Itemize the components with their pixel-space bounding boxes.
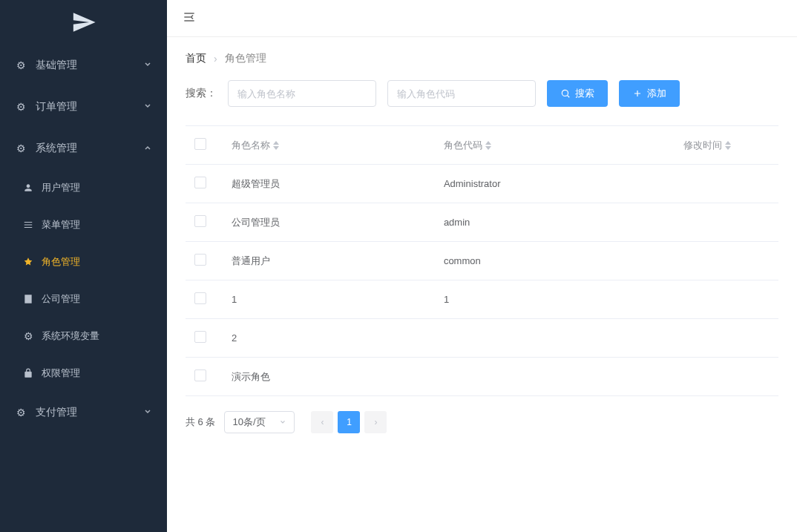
sidebar-subitem-label: 用户管理 (42, 181, 80, 194)
search-icon (560, 88, 571, 99)
role-name-input[interactable] (228, 80, 376, 107)
cell-name: 公司管理员 (223, 203, 435, 242)
cell-mtime (675, 242, 778, 280)
user-icon (22, 182, 34, 194)
lock-icon (22, 367, 34, 379)
sidebar-subitem-env[interactable]: 系统环境变量 (0, 318, 167, 355)
next-page-button[interactable]: › (364, 411, 387, 433)
sort-icon (273, 141, 279, 150)
sidebar-subitem-label: 系统环境变量 (42, 329, 99, 343)
svg-point-0 (562, 90, 568, 96)
row-checkbox[interactable] (194, 177, 206, 188)
table-row[interactable]: 演示角色 (186, 358, 778, 396)
page-size-select[interactable]: 10条/页 (224, 411, 295, 433)
plus-icon (632, 88, 643, 99)
sidebar-item-label: 系统管理 (36, 142, 77, 155)
role-table: 角色名称 角色代码 修改时间 超级管理员 Administrator 公司管理员… (186, 125, 778, 396)
total-label: 共 6 条 (186, 416, 215, 429)
cell-code: Administrator (435, 165, 675, 203)
topbar (167, 0, 797, 37)
cell-name: 演示角色 (223, 358, 435, 396)
col-mtime[interactable]: 修改时间 (675, 126, 778, 165)
gear-icon (15, 407, 27, 418)
page-1-button[interactable]: 1 (338, 411, 360, 433)
gear-icon (15, 101, 27, 113)
sidebar-subitem-label: 角色管理 (42, 255, 80, 269)
cell-code (435, 358, 675, 396)
cell-name: 普通用户 (223, 242, 435, 280)
search-button[interactable]: 搜索 (547, 80, 608, 107)
cell-mtime (675, 203, 778, 242)
table-row[interactable]: 2 (186, 319, 778, 358)
add-button[interactable]: 添加 (619, 80, 680, 107)
logo (0, 0, 167, 45)
gear-icon (15, 142, 27, 154)
row-checkbox[interactable] (194, 254, 206, 266)
cell-mtime (675, 319, 778, 358)
chevron-down-icon (143, 101, 152, 113)
cell-code: common (435, 242, 675, 280)
breadcrumb-current: 角色管理 (225, 52, 266, 65)
search-button-label: 搜索 (575, 87, 594, 100)
breadcrumb: 首页 › 角色管理 (186, 52, 778, 65)
sidebar-subitem-company[interactable]: 公司管理 (0, 280, 167, 318)
sidebar-subitem-label: 菜单管理 (42, 218, 80, 231)
table-row[interactable]: 1 1 (186, 280, 778, 319)
sidebar-subitem-menu[interactable]: 菜单管理 (0, 206, 167, 243)
sidebar-subitem-perm[interactable]: 权限管理 (0, 355, 167, 392)
row-checkbox[interactable] (194, 215, 206, 227)
sidebar-item-label: 支付管理 (36, 406, 77, 419)
cell-mtime (675, 358, 778, 396)
sidebar-item-system[interactable]: 系统管理 (0, 128, 167, 169)
cell-code: 1 (435, 280, 675, 319)
prev-page-button[interactable]: ‹ (311, 411, 333, 433)
gear-icon (15, 59, 27, 71)
sidebar-item-payment[interactable]: 支付管理 (0, 392, 167, 433)
cell-mtime (675, 280, 778, 319)
role-code-input[interactable] (387, 80, 536, 107)
chevron-down-icon (279, 418, 286, 426)
role-icon (22, 256, 34, 268)
sidebar-subitem-label: 公司管理 (42, 292, 80, 306)
sidebar-item-label: 基础管理 (36, 59, 77, 72)
sidebar-item-order[interactable]: 订单管理 (0, 86, 167, 128)
table-row[interactable]: 超级管理员 Administrator (186, 165, 778, 203)
chevron-down-icon (143, 407, 152, 418)
select-all-checkbox[interactable] (194, 138, 206, 150)
cell-code: admin (435, 203, 675, 242)
cell-name: 2 (223, 319, 435, 358)
cell-mtime (675, 165, 778, 203)
sidebar-subitem-user[interactable]: 用户管理 (0, 169, 167, 206)
sidebar-subitem-role[interactable]: 角色管理 (0, 243, 167, 280)
paper-plane-icon (71, 10, 96, 35)
row-checkbox[interactable] (194, 331, 206, 343)
sidebar-subitem-label: 权限管理 (42, 367, 80, 380)
row-checkbox[interactable] (194, 370, 206, 381)
breadcrumb-home[interactable]: 首页 (186, 52, 206, 65)
building-icon (22, 293, 34, 305)
row-checkbox[interactable] (194, 292, 206, 304)
main: 首页 › 角色管理 搜索： 搜索 添加 (167, 0, 797, 532)
col-name[interactable]: 角色名称 (223, 126, 435, 165)
col-code[interactable]: 角色代码 (435, 126, 675, 165)
cell-code (435, 319, 675, 358)
breadcrumb-separator: › (214, 53, 217, 65)
chevron-up-icon (143, 142, 152, 154)
pagination: 共 6 条 10条/页 ‹ 1 › (186, 411, 778, 433)
sort-icon (725, 141, 731, 150)
cell-name: 超级管理员 (223, 165, 435, 203)
collapse-icon[interactable] (182, 10, 197, 27)
search-label: 搜索： (186, 87, 217, 100)
list-icon (22, 219, 34, 231)
chevron-down-icon (143, 59, 152, 71)
search-row: 搜索： 搜索 添加 (186, 80, 778, 107)
table-row[interactable]: 公司管理员 admin (186, 203, 778, 242)
add-button-label: 添加 (647, 87, 666, 100)
cell-name: 1 (223, 280, 435, 319)
sidebar-item-basic[interactable]: 基础管理 (0, 45, 167, 86)
gear-icon (22, 330, 34, 342)
sort-icon (485, 141, 491, 150)
sidebar: 基础管理 订单管理 系统管理 (0, 0, 167, 532)
table-row[interactable]: 普通用户 common (186, 242, 778, 280)
sidebar-item-label: 订单管理 (36, 100, 77, 114)
